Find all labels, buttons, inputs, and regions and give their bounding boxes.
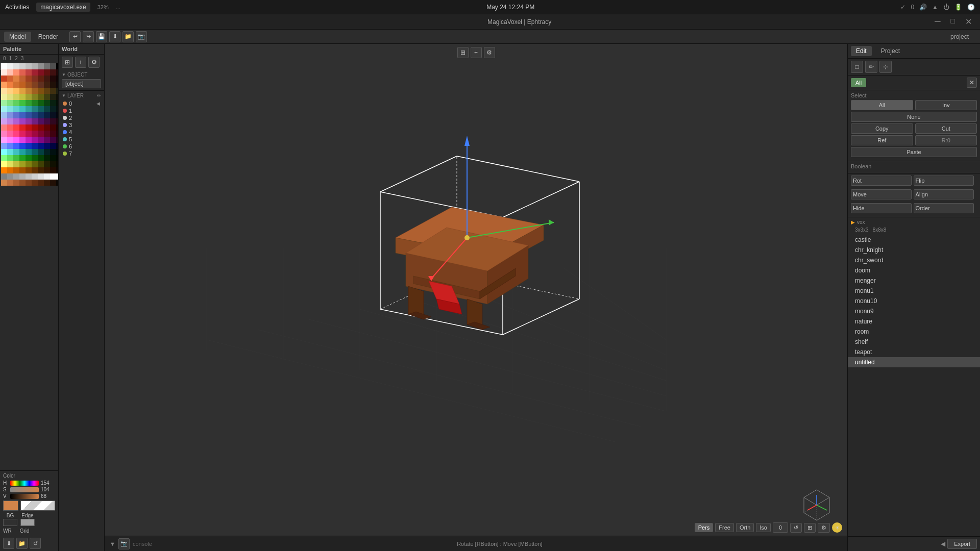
color-cell[interactable] xyxy=(1,100,7,106)
color-cell[interactable] xyxy=(38,137,44,143)
viewport[interactable]: ⊞ + ⚙ xyxy=(105,44,847,551)
color-cell[interactable] xyxy=(56,124,58,131)
color-cell[interactable] xyxy=(38,82,44,88)
color-cell[interactable] xyxy=(44,112,50,118)
color-cell[interactable] xyxy=(50,173,56,180)
color-cell[interactable] xyxy=(44,88,50,94)
color-cell[interactable] xyxy=(7,94,13,100)
color-cell[interactable] xyxy=(7,124,13,131)
move-btn[interactable]: Move xyxy=(851,189,912,199)
color-cell[interactable] xyxy=(44,118,50,124)
color-cell[interactable] xyxy=(50,82,56,88)
color-grid[interactable] xyxy=(0,62,58,470)
color-cell[interactable] xyxy=(32,143,38,149)
app-name[interactable]: magicavoxel.exe xyxy=(36,3,90,12)
color-cell[interactable] xyxy=(7,180,13,186)
color-cell[interactable] xyxy=(56,100,58,106)
color-cell[interactable] xyxy=(19,76,26,82)
color-cell[interactable] xyxy=(38,112,44,118)
color-cell[interactable] xyxy=(7,76,13,82)
color-cell[interactable] xyxy=(7,167,13,173)
camera-icon[interactable]: 📷 xyxy=(118,538,130,549)
color-cell[interactable] xyxy=(56,118,58,124)
color-cell[interactable] xyxy=(32,167,38,173)
color-cell[interactable] xyxy=(13,124,19,131)
color-cell[interactable] xyxy=(50,155,56,161)
palette-export-btn[interactable]: 📁 xyxy=(16,538,28,549)
color-cell[interactable] xyxy=(50,180,56,186)
color-cell[interactable] xyxy=(19,94,26,100)
minimize-button[interactable]: ─ xyxy=(932,17,943,27)
cut-btn[interactable]: Cut xyxy=(915,123,977,134)
project-file-item[interactable]: doom xyxy=(848,265,980,276)
color-cell[interactable] xyxy=(19,118,26,124)
color-cell[interactable] xyxy=(19,124,26,131)
color-cell[interactable] xyxy=(1,106,7,112)
color-cell[interactable] xyxy=(7,118,13,124)
copy-btn[interactable]: Copy xyxy=(851,123,913,134)
power-icon[interactable]: ⏻ xyxy=(943,4,949,11)
color-cell[interactable] xyxy=(13,88,19,94)
color-cell[interactable] xyxy=(26,63,32,69)
grid-label[interactable]: Grid xyxy=(20,528,30,534)
undo-button[interactable]: ↩ xyxy=(69,31,81,42)
prev-btn[interactable]: ◀ xyxy=(941,540,945,547)
color-cell[interactable] xyxy=(1,149,7,155)
color-cell[interactable] xyxy=(56,76,58,82)
color-cell[interactable] xyxy=(19,143,26,149)
color-cell[interactable] xyxy=(32,63,38,69)
color-cell[interactable] xyxy=(26,180,32,186)
color-cell[interactable] xyxy=(32,173,38,180)
color-cell[interactable] xyxy=(7,161,13,167)
color-cell[interactable] xyxy=(44,63,50,69)
project-file-item[interactable]: chr_knight xyxy=(848,245,980,255)
color-cell[interactable] xyxy=(1,155,7,161)
color-cell[interactable] xyxy=(1,173,7,180)
layer-item[interactable]: 4 xyxy=(62,129,101,136)
settings-view-btn[interactable]: ⚙ xyxy=(818,523,830,533)
color-cell[interactable] xyxy=(1,88,7,94)
world-add-btn[interactable]: + xyxy=(75,57,86,68)
folder-button[interactable]: 📁 xyxy=(122,31,134,42)
select-inv-btn[interactable]: Inv xyxy=(915,100,977,110)
color-cell[interactable] xyxy=(7,106,13,112)
color-cell[interactable] xyxy=(1,143,7,149)
color-cell[interactable] xyxy=(1,118,7,124)
color-cell[interactable] xyxy=(19,167,26,173)
color-cell[interactable] xyxy=(50,161,56,167)
color-cell[interactable] xyxy=(32,155,38,161)
vp-expand-btn[interactable]: ⊞ xyxy=(457,47,469,58)
wr-label[interactable]: WR xyxy=(3,528,12,534)
color-cell[interactable] xyxy=(19,161,26,167)
color-cell[interactable] xyxy=(13,94,19,100)
paste-btn[interactable]: Paste xyxy=(851,147,977,157)
color-cell[interactable] xyxy=(56,155,58,161)
color-cell[interactable] xyxy=(38,173,44,180)
menu-render[interactable]: Render xyxy=(33,32,63,42)
project-file-item[interactable]: castle xyxy=(848,235,980,245)
color-cell[interactable] xyxy=(32,124,38,131)
color-cell[interactable] xyxy=(38,161,44,167)
color-cell[interactable] xyxy=(7,82,13,88)
nav-cube[interactable] xyxy=(796,485,837,525)
color-cell[interactable] xyxy=(26,69,32,76)
color-cell[interactable] xyxy=(19,180,26,186)
color-cell[interactable] xyxy=(26,155,32,161)
color-cell[interactable] xyxy=(38,124,44,131)
color-cell[interactable] xyxy=(1,112,7,118)
color-cell[interactable] xyxy=(13,82,19,88)
view-orth-btn[interactable]: Orth xyxy=(736,523,754,532)
color-cell[interactable] xyxy=(13,155,19,161)
color-cell[interactable] xyxy=(56,180,58,186)
tab-edit[interactable]: Edit xyxy=(851,46,872,56)
color-cell[interactable] xyxy=(1,167,7,173)
color-cell[interactable] xyxy=(56,137,58,143)
color-cell[interactable] xyxy=(26,76,32,82)
color-cell[interactable] xyxy=(38,131,44,137)
color-cell[interactable] xyxy=(38,106,44,112)
layer-item[interactable]: 2 xyxy=(62,114,101,121)
color-cell[interactable] xyxy=(50,149,56,155)
color-cell[interactable] xyxy=(19,82,26,88)
zoom-input[interactable]: 0 xyxy=(773,522,788,533)
color-cell[interactable] xyxy=(13,173,19,180)
